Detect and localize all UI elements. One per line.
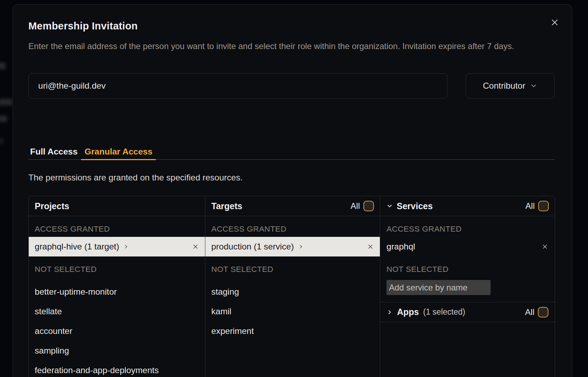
services-title: Services: [397, 201, 433, 211]
x-icon: [541, 243, 548, 250]
project-item[interactable]: federation-and-app-deployments: [29, 361, 205, 377]
apps-all-checkbox[interactable]: [538, 307, 548, 317]
dialog-description: Enter the email address of the person yo…: [28, 40, 560, 53]
chevron-down-icon: [386, 203, 393, 210]
granted-project-label: graphql-hive (1 target): [35, 242, 119, 252]
targets-title: Targets: [211, 201, 242, 211]
granted-service-label: graphql: [387, 242, 415, 252]
tab-granular-access[interactable]: Granular Access: [81, 144, 156, 159]
permissions-note: The permissions are granted on the speci…: [28, 173, 242, 183]
email-input[interactable]: [28, 73, 447, 98]
projects-access-granted-label: ACCESS GRANTED: [35, 225, 199, 233]
granted-target-row[interactable]: production (1 service): [205, 237, 380, 256]
dialog-title: Membership Invitation: [28, 20, 138, 32]
chevron-right-icon: [123, 244, 129, 249]
target-item[interactable]: kamil: [205, 302, 380, 321]
resource-picker: Projects ACCESS GRANTED graphql-hive (1 …: [28, 196, 555, 377]
project-item[interactable]: sampling: [29, 341, 205, 361]
background-artifact: [0, 138, 4, 144]
x-icon: [192, 243, 199, 250]
invite-form-row: Contributor: [28, 73, 555, 98]
services-access-granted-label: ACCESS GRANTED: [387, 225, 549, 233]
add-service-input[interactable]: [387, 280, 491, 295]
apps-title: Apps: [397, 307, 419, 317]
apps-selected-count: (1 selected): [423, 307, 465, 317]
membership-invitation-dialog: Membership Invitation Enter the email ad…: [13, 4, 572, 377]
services-column: Services All ACCESS GRANTED graphql NOT: [380, 196, 555, 377]
project-item[interactable]: accounter: [29, 321, 205, 341]
target-item[interactable]: staging: [205, 282, 380, 302]
services-header[interactable]: Services All: [380, 196, 555, 216]
chevron-right-icon: [298, 244, 304, 249]
tab-full-access[interactable]: Full Access: [28, 144, 81, 159]
services-all-checkbox[interactable]: [538, 201, 549, 211]
chevron-down-icon: [530, 82, 538, 90]
apps-all-group: All: [525, 307, 548, 317]
role-select[interactable]: Contributor: [466, 73, 555, 98]
granted-service-row[interactable]: graphql: [380, 237, 555, 256]
targets-not-selected-label: NOT SELECTED: [211, 265, 374, 274]
project-item[interactable]: better-uptime-monitor: [29, 282, 205, 302]
x-icon: [367, 243, 374, 250]
chevron-right-icon: [387, 309, 393, 315]
background-artifact: [0, 116, 7, 122]
apps-section-header[interactable]: Apps (1 selected) All: [380, 302, 555, 322]
targets-access-granted-label: ACCESS GRANTED: [211, 225, 374, 233]
targets-column: Targets All ACCESS GRANTED production (1…: [205, 196, 380, 377]
remove-project-button[interactable]: [192, 243, 199, 250]
apps-all-label: All: [525, 307, 534, 317]
background-artifact: [0, 99, 13, 105]
targets-header: Targets All: [205, 196, 380, 216]
targets-all-checkbox[interactable]: [363, 201, 374, 211]
remove-service-button[interactable]: [541, 243, 548, 250]
services-all-label: All: [525, 201, 535, 211]
projects-not-selected-label: NOT SELECTED: [35, 265, 199, 274]
close-button[interactable]: [549, 16, 561, 28]
granted-project-row[interactable]: graphql-hive (1 target): [29, 237, 205, 256]
services-not-selected-label: NOT SELECTED: [387, 265, 549, 274]
access-tabs: Full Access Granular Access: [28, 144, 555, 160]
targets-all-group: All: [350, 201, 374, 211]
remove-target-button[interactable]: [367, 243, 374, 250]
projects-column: Projects ACCESS GRANTED graphql-hive (1 …: [29, 196, 205, 377]
projects-title: Projects: [35, 201, 69, 211]
close-icon: [550, 18, 559, 27]
project-item[interactable]: stellate: [29, 302, 205, 321]
role-select-value: Contributor: [483, 81, 525, 91]
services-all-group: All: [525, 201, 549, 211]
projects-header: Projects: [29, 196, 205, 216]
targets-all-label: All: [350, 201, 360, 211]
projects-list: better-uptime-monitor stellate accounter…: [29, 282, 205, 377]
granted-target-label: production (1 service): [211, 242, 294, 252]
targets-list: staging kamil experiment: [205, 282, 380, 341]
background-artifact: [0, 62, 6, 69]
target-item[interactable]: experiment: [205, 321, 380, 341]
